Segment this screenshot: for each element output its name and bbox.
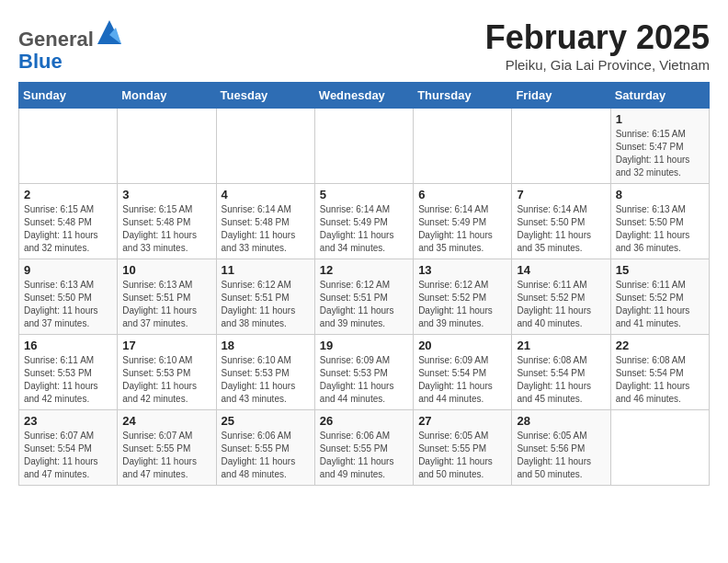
day-number: 4 — [222, 188, 310, 201]
calendar-day-cell: 2Sunrise: 6:15 AM Sunset: 5:48 PM Daylig… — [19, 184, 118, 259]
calendar-day-cell: 22Sunrise: 6:08 AM Sunset: 5:54 PM Dayli… — [610, 335, 709, 410]
day-number: 11 — [222, 263, 310, 277]
day-number: 18 — [222, 339, 310, 352]
day-number: 9 — [24, 263, 112, 277]
calendar-day-cell — [19, 109, 118, 184]
day-info: Sunrise: 6:15 AM Sunset: 5:47 PM Dayligh… — [616, 128, 704, 179]
day-number: 26 — [320, 414, 408, 428]
col-friday: Friday — [512, 83, 610, 109]
col-monday: Monday — [118, 83, 216, 109]
calendar-day-cell: 15Sunrise: 6:11 AM Sunset: 5:52 PM Dayli… — [610, 259, 709, 335]
calendar-day-cell: 12Sunrise: 6:12 AM Sunset: 5:51 PM Dayli… — [314, 259, 413, 335]
calendar-day-cell: 23Sunrise: 6:07 AM Sunset: 5:54 PM Dayli… — [19, 410, 118, 486]
day-info: Sunrise: 6:05 AM Sunset: 5:55 PM Dayligh… — [418, 430, 506, 481]
calendar-day-cell: 5Sunrise: 6:14 AM Sunset: 5:49 PM Daylig… — [314, 184, 413, 259]
calendar-body: 1Sunrise: 6:15 AM Sunset: 5:47 PM Daylig… — [19, 109, 710, 486]
day-number: 20 — [418, 339, 506, 352]
location-subtitle: Pleiku, Gia Lai Province, Vietnam — [485, 57, 710, 73]
calendar-day-cell: 3Sunrise: 6:15 AM Sunset: 5:48 PM Daylig… — [118, 184, 216, 259]
day-info: Sunrise: 6:11 AM Sunset: 5:53 PM Dayligh… — [24, 354, 112, 406]
day-number: 24 — [122, 414, 210, 428]
calendar-week-row: 2Sunrise: 6:15 AM Sunset: 5:48 PM Daylig… — [19, 184, 710, 259]
day-number: 28 — [517, 414, 605, 428]
calendar-day-cell: 25Sunrise: 6:06 AM Sunset: 5:55 PM Dayli… — [216, 410, 314, 486]
calendar-day-cell: 1Sunrise: 6:15 AM Sunset: 5:47 PM Daylig… — [610, 109, 709, 184]
calendar-week-row: 1Sunrise: 6:15 AM Sunset: 5:47 PM Daylig… — [19, 109, 710, 184]
day-info: Sunrise: 6:13 AM Sunset: 5:50 PM Dayligh… — [24, 279, 112, 330]
logo-blue-text: Blue — [18, 50, 63, 73]
calendar-day-cell: 16Sunrise: 6:11 AM Sunset: 5:53 PM Dayli… — [19, 335, 118, 410]
day-number: 12 — [320, 263, 408, 277]
calendar-week-row: 23Sunrise: 6:07 AM Sunset: 5:54 PM Dayli… — [19, 410, 710, 486]
title-block: February 2025 Pleiku, Gia Lai Province, … — [485, 18, 710, 73]
calendar-day-cell: 7Sunrise: 6:14 AM Sunset: 5:50 PM Daylig… — [512, 184, 610, 259]
day-number: 6 — [418, 188, 506, 201]
calendar-day-cell — [414, 109, 512, 184]
day-number: 15 — [616, 263, 704, 277]
calendar-day-cell: 27Sunrise: 6:05 AM Sunset: 5:55 PM Dayli… — [414, 410, 512, 486]
day-info: Sunrise: 6:13 AM Sunset: 5:51 PM Dayligh… — [122, 279, 210, 330]
calendar-day-cell: 6Sunrise: 6:14 AM Sunset: 5:49 PM Daylig… — [414, 184, 512, 259]
calendar-day-cell: 28Sunrise: 6:05 AM Sunset: 5:56 PM Dayli… — [512, 410, 610, 486]
calendar-day-cell: 4Sunrise: 6:14 AM Sunset: 5:48 PM Daylig… — [216, 184, 314, 259]
col-thursday: Thursday — [414, 83, 512, 109]
col-saturday: Saturday — [610, 83, 709, 109]
day-number: 10 — [122, 263, 210, 277]
calendar-day-cell: 8Sunrise: 6:13 AM Sunset: 5:50 PM Daylig… — [610, 184, 709, 259]
day-number: 1 — [616, 112, 704, 126]
day-info: Sunrise: 6:14 AM Sunset: 5:49 PM Dayligh… — [320, 203, 408, 255]
day-number: 19 — [320, 339, 408, 352]
day-number: 16 — [24, 339, 112, 352]
calendar-day-cell — [314, 109, 413, 184]
calendar-day-cell: 17Sunrise: 6:10 AM Sunset: 5:53 PM Dayli… — [118, 335, 216, 410]
calendar-week-row: 16Sunrise: 6:11 AM Sunset: 5:53 PM Dayli… — [19, 335, 710, 410]
calendar-week-row: 9Sunrise: 6:13 AM Sunset: 5:50 PM Daylig… — [19, 259, 710, 335]
day-info: Sunrise: 6:07 AM Sunset: 5:55 PM Dayligh… — [122, 430, 210, 481]
calendar-day-cell: 24Sunrise: 6:07 AM Sunset: 5:55 PM Dayli… — [118, 410, 216, 486]
day-info: Sunrise: 6:12 AM Sunset: 5:51 PM Dayligh… — [222, 279, 310, 330]
calendar-table: Sunday Monday Tuesday Wednesday Thursday… — [18, 82, 710, 486]
col-wednesday: Wednesday — [314, 83, 413, 109]
day-info: Sunrise: 6:09 AM Sunset: 5:53 PM Dayligh… — [320, 354, 408, 406]
day-info: Sunrise: 6:12 AM Sunset: 5:51 PM Dayligh… — [320, 279, 408, 330]
day-info: Sunrise: 6:14 AM Sunset: 5:50 PM Dayligh… — [517, 203, 605, 255]
day-number: 7 — [517, 188, 605, 201]
day-number: 3 — [122, 188, 210, 201]
day-info: Sunrise: 6:11 AM Sunset: 5:52 PM Dayligh… — [616, 279, 704, 330]
calendar-day-cell: 21Sunrise: 6:08 AM Sunset: 5:54 PM Dayli… — [512, 335, 610, 410]
day-info: Sunrise: 6:14 AM Sunset: 5:49 PM Dayligh… — [418, 203, 506, 255]
calendar-day-cell: 18Sunrise: 6:10 AM Sunset: 5:53 PM Dayli… — [216, 335, 314, 410]
calendar-day-cell: 26Sunrise: 6:06 AM Sunset: 5:55 PM Dayli… — [314, 410, 413, 486]
day-info: Sunrise: 6:08 AM Sunset: 5:54 PM Dayligh… — [517, 354, 605, 406]
calendar-day-cell: 13Sunrise: 6:12 AM Sunset: 5:52 PM Dayli… — [414, 259, 512, 335]
day-number: 8 — [616, 188, 704, 201]
page-header: General Blue February 2025 Pleiku, Gia L… — [18, 18, 710, 73]
calendar-header: Sunday Monday Tuesday Wednesday Thursday… — [19, 83, 710, 109]
calendar-day-cell: 14Sunrise: 6:11 AM Sunset: 5:52 PM Dayli… — [512, 259, 610, 335]
day-number: 22 — [616, 339, 704, 352]
day-info: Sunrise: 6:07 AM Sunset: 5:54 PM Dayligh… — [24, 430, 112, 481]
col-sunday: Sunday — [19, 83, 118, 109]
calendar-day-cell: 9Sunrise: 6:13 AM Sunset: 5:50 PM Daylig… — [19, 259, 118, 335]
calendar-day-cell — [512, 109, 610, 184]
calendar-day-cell — [118, 109, 216, 184]
day-number: 5 — [320, 188, 408, 201]
calendar-day-cell: 19Sunrise: 6:09 AM Sunset: 5:53 PM Dayli… — [314, 335, 413, 410]
day-number: 25 — [222, 414, 310, 428]
calendar-day-cell — [216, 109, 314, 184]
logo-general-text: General — [18, 28, 94, 51]
day-info: Sunrise: 6:09 AM Sunset: 5:54 PM Dayligh… — [418, 354, 506, 406]
calendar-day-cell: 10Sunrise: 6:13 AM Sunset: 5:51 PM Dayli… — [118, 259, 216, 335]
logo-icon — [96, 18, 123, 46]
header-row: Sunday Monday Tuesday Wednesday Thursday… — [19, 83, 710, 109]
day-number: 13 — [418, 263, 506, 277]
day-number: 21 — [517, 339, 605, 352]
day-info: Sunrise: 6:11 AM Sunset: 5:52 PM Dayligh… — [517, 279, 605, 330]
calendar-day-cell — [610, 410, 709, 486]
day-info: Sunrise: 6:10 AM Sunset: 5:53 PM Dayligh… — [222, 354, 310, 406]
day-info: Sunrise: 6:05 AM Sunset: 5:56 PM Dayligh… — [517, 430, 605, 481]
calendar-day-cell: 20Sunrise: 6:09 AM Sunset: 5:54 PM Dayli… — [414, 335, 512, 410]
day-info: Sunrise: 6:06 AM Sunset: 5:55 PM Dayligh… — [320, 430, 408, 481]
day-number: 27 — [418, 414, 506, 428]
logo: General Blue — [18, 18, 123, 73]
